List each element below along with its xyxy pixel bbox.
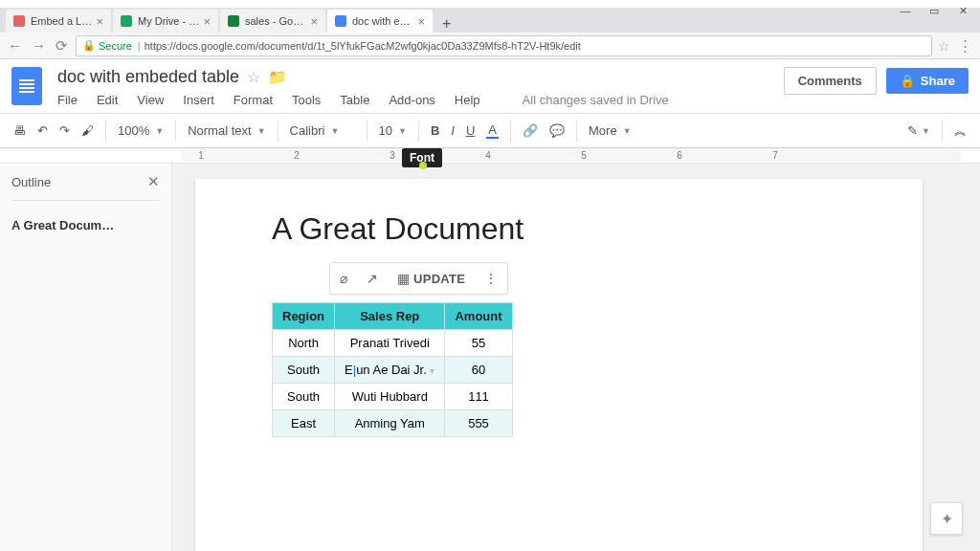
menu-view[interactable]: View [137,93,164,107]
menu-add-ons[interactable]: Add-ons [389,93,434,107]
print-icon[interactable]: 🖶 [8,120,32,142]
nav-forward[interactable]: → [30,37,48,54]
linked-object-toolbar: ⌀ ↗ ▦ UPDATE ⋮ [329,262,508,295]
menu-insert[interactable]: Insert [183,93,214,107]
ruler: 1234567 Font [0,148,980,164]
table-row[interactable]: SouthE|un Ae Dai Jr. ▾60 [273,357,513,384]
favicon-icon [228,15,239,27]
table-icon: ▦ [397,271,410,286]
redo-icon[interactable]: ↷ [54,120,76,142]
document-heading[interactable]: A Great Document [272,211,846,247]
font-dropdown[interactable]: Calibri▼ [284,123,361,138]
browser-tab[interactable]: My Drive - Google Drive× [113,10,218,33]
share-button[interactable]: 🔒 Share [886,68,969,94]
undo-icon[interactable]: ↶ [32,120,54,142]
document-canvas[interactable]: A Great Document ⌀ ↗ ▦ UPDATE ⋮ RegionSa… [172,164,980,551]
url-text: https://docs.google.com/document/d/1t_5l… [145,40,581,52]
docs-logo[interactable] [11,67,42,105]
unlink-icon[interactable]: ⌀ [332,265,355,292]
star-icon[interactable]: ☆ [247,68,260,86]
favicon-icon [335,15,346,27]
window-maximize[interactable]: ▭ [921,2,947,19]
menu-format[interactable]: Format [234,93,273,107]
zoom-dropdown[interactable]: 100%▼ [112,123,169,138]
menu-file[interactable]: File [57,93,78,107]
menu-help[interactable]: Help [455,93,480,107]
text-color-button[interactable]: A [480,119,504,143]
favicon-icon [13,15,25,27]
style-dropdown[interactable]: Normal text▼ [182,123,271,138]
outline-title: Outline [11,175,51,189]
nav-reload[interactable]: ⟳ [54,37,70,55]
secure-label: Secure [99,40,132,52]
nav-back[interactable]: ← [6,37,24,54]
font-size-dropdown[interactable]: 10▼ [373,123,412,138]
update-button[interactable]: ▦ UPDATE [390,265,473,292]
lock-icon: 🔒 [82,39,96,52]
menu-bar: FileEditViewInsertFormatToolsTableAdd-on… [57,93,784,113]
outline-panel: Outline ✕ A Great Docum… [0,164,172,551]
tab-close-icon[interactable]: × [203,14,211,29]
embedded-table[interactable]: RegionSales RepAmount NorthPranati Trive… [272,302,513,437]
comments-button[interactable]: Comments [784,67,877,95]
browser-tabs: — ▭ ✕ Embed a Live Google Sp×My Drive - … [0,8,980,33]
tab-close-icon[interactable]: × [417,14,425,29]
bold-button[interactable]: B [425,120,445,142]
close-outline-icon[interactable]: ✕ [147,173,160,190]
menu-tools[interactable]: Tools [292,93,321,107]
address-bar: ← → ⟳ 🔒 Secure | https://docs.google.com… [0,33,980,59]
browser-tab[interactable]: sales - Google Sheets× [220,10,325,33]
more-options-icon[interactable]: ⋮ [477,265,505,292]
table-row[interactable]: SouthWuti Hubbard111 [273,384,513,410]
collapse-toolbar-icon[interactable]: ︽ [948,119,972,143]
window-close[interactable]: ✕ [949,2,976,19]
browser-menu-icon[interactable]: ⋮ [956,37,974,55]
cursor-icon [419,162,427,169]
table-row[interactable]: NorthPranati Trivedi55 [273,330,513,357]
window-minimize[interactable]: — [892,2,919,19]
save-status: All changes saved in Drive [523,93,669,107]
page: A Great Document ⌀ ↗ ▦ UPDATE ⋮ RegionSa… [195,179,923,551]
insert-link-icon[interactable]: 🔗 [517,120,544,142]
more-dropdown[interactable]: More▼ [583,123,637,138]
table-row[interactable]: EastAnming Yam555 [273,410,513,437]
insert-comment-icon[interactable]: 💬 [544,120,570,142]
italic-button[interactable]: I [445,120,460,142]
underline-button[interactable]: U [460,120,480,142]
outline-item[interactable]: A Great Docum… [11,218,160,232]
share-icon: 🔒 [900,74,915,88]
tab-close-icon[interactable]: × [96,14,103,29]
table-header: Sales Rep [335,303,445,330]
document-title[interactable]: doc with embeded table [57,67,239,87]
folder-icon[interactable]: 📁 [268,68,287,86]
paint-format-icon[interactable]: 🖌 [76,120,100,142]
share-label: Share [921,74,955,88]
url-input[interactable]: 🔒 Secure | https://docs.google.com/docum… [76,35,932,56]
browser-tab[interactable]: doc with embeded tabl× [327,10,433,33]
new-tab-button[interactable]: + [434,15,458,33]
explore-button[interactable]: ✦ [930,502,963,535]
menu-table[interactable]: Table [340,93,369,107]
menu-edit[interactable]: Edit [97,93,118,107]
editing-mode-icon[interactable]: ✎ ▼ [902,120,936,142]
tab-close-icon[interactable]: × [310,14,318,29]
open-source-icon[interactable]: ↗ [359,265,386,292]
favicon-icon [121,15,132,27]
browser-tab[interactable]: Embed a Live Google Sp× [6,10,111,33]
docs-header: doc with embeded table ☆ 📁 FileEditViewI… [0,59,980,114]
table-header: Region [273,303,335,330]
table-header: Amount [445,303,512,330]
bookmark-star-icon[interactable]: ☆ [938,38,950,54]
toolbar: 🖶 ↶ ↷ 🖌 100%▼ Normal text▼ Calibri▼ 10▼ … [0,114,980,148]
